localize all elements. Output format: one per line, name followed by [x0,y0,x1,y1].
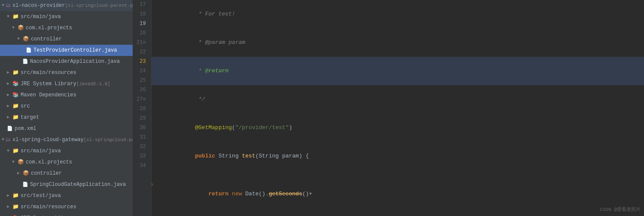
item-label: src/main/resources [21,203,76,211]
tree-item-pom1[interactable]: 📄 pom.xml [0,123,133,134]
code-text2: ( [232,124,235,131]
expand-arrow: ▶ [7,191,11,200]
expand-arrow: ▶ [7,214,11,216]
expand-arrow: ▶ [7,102,11,111]
tree-item-src-test-java[interactable]: ▶ 📁 src/test/java [0,190,133,201]
line-num-27: 27⊙ [137,95,148,104]
expand-arrow: ▶ [7,203,11,211]
code-text3: ) [289,124,292,131]
line-num-23: 23 [137,57,148,66]
line-num-34: 34 [137,161,148,170]
code-text6: ()+ [302,191,316,197]
expand-arrow: ▶ [17,169,21,178]
package-icon: 📦 [23,35,29,43]
item-label: JRE System Library [21,214,76,216]
tree-item-src-main-java2[interactable]: ▼ 📁 src/main/java [0,145,133,157]
expand-arrow: ▶ [7,113,11,122]
item-label: src/main/java [21,12,61,21]
tree-item-src-main-java[interactable]: ▼ 📁 src/main/java [0,11,133,22]
file-tree[interactable]: ▼ 🗂 xl-nacos-provider [xl-springcloud-pa… [0,0,133,216]
line-num-19: 19 [137,19,148,28]
expand-arrow: ▼ [2,136,4,144]
tree-item-com-xl-projects2[interactable]: ▼ 📦 com.xl.projects [0,157,133,168]
line-num-31: 31 [137,133,148,142]
item-suffix: [xl-springcloud-parent-pom [65,1,133,10]
line-num-18: 18 [137,9,148,19]
code-line-21: @GetMapping("/provider/test") [152,114,644,142]
package-icon: 📦 [23,169,29,178]
expand-arrow: ▼ [2,1,4,10]
package-icon: 📦 [18,158,24,167]
code-line-20: */ [152,85,644,114]
item-label: com.xl.projects [26,24,72,32]
code-line-19: * @return [152,57,644,85]
expand-arrow: ▼ [17,35,21,43]
tree-item-NacosProviderApplication[interactable]: 📄 NacosProviderApplication.java [0,56,133,67]
module-icon: 🗂 [6,1,11,10]
code-line-22: public String test(String param) { [152,142,644,170]
code-text3: test [242,153,255,159]
expand-arrow: ▼ [7,147,11,155]
item-label: com.xl.projects [26,158,72,167]
line-num-17: 17 [137,0,148,9]
item-label: target [21,113,39,122]
line-num-21: 21⊙ [137,38,148,47]
tree-item-xl-spring-cloud-gateway[interactable]: ▼ 🗂 xl-spring-cloud-gateway [xl-springcl… [0,134,133,145]
code-lines: * For test! * @param param * @return */ … [152,0,644,216]
tree-item-TestProviderController[interactable]: 📄 TestProviderController.java [0,45,133,56]
xml-icon: 📄 [7,124,13,133]
code-text4: Date(). [242,191,269,197]
lib-icon: 📚 [12,214,19,216]
tree-item-src-main-resources[interactable]: ▶ 📁 src/main/resources [0,67,133,78]
watermark: CSDN @爱看老照片 [600,206,641,213]
expand-arrow: ▶ [7,68,11,77]
item-label: controller [31,169,62,178]
code-text: return [182,191,228,197]
line-num-28: 28 [137,104,148,114]
code-text2 [228,191,232,197]
tree-item-maven-dependencies[interactable]: ▶ 📚 Maven Dependencies [0,89,133,101]
tree-item-jre-system-library[interactable]: ▶ 📚 JRE System Library [JavaSE-1.8] [0,78,133,89]
expand-arrow: ▼ [12,158,16,167]
tree-item-com-xl-projects[interactable]: ▼ 📦 com.xl.projects [0,22,133,34]
folder-icon: 📁 [12,12,19,21]
folder-icon: 📁 [12,191,19,200]
item-label: xl-spring-cloud-gateway [12,136,84,144]
item-suffix: [JavaSE-1.8] [76,80,110,88]
code-line-17: * For test! [152,0,644,28]
tree-item-controller2[interactable]: ▶ 📦 controller [0,168,133,179]
tree-item-src-main-resources2[interactable]: ▶ 📁 src/main/resources [0,201,133,213]
tree-item-target1[interactable]: ▶ 📁 target [0,112,133,123]
code-text: * For test! [182,11,235,17]
code-text: * @param param [182,39,245,46]
folder-icon: 📁 [12,68,19,77]
item-label: src [21,102,30,111]
item-label: Maven Dependencies [21,91,76,99]
code-line-23: ⚠ return new Date().getSeconds()+ [152,170,644,208]
code-text: @GetMapping [182,124,232,131]
item-label: xl-nacos-provider [12,1,65,10]
code-text: * @return [182,68,228,74]
item-label: src/main/resources [21,68,76,77]
folder-icon: 📁 [12,102,19,111]
tree-item-src1[interactable]: ▶ 📁 src [0,101,133,112]
expand-arrow: ▼ [12,24,16,32]
line-num-33: 33 [137,151,148,161]
lib-icon: 📚 [12,91,19,99]
item-label: TestProviderController.java [33,46,117,55]
item-label: pom.xml [15,124,36,133]
folder-icon: 📁 [12,147,19,155]
code-text5: getSeconds [269,191,302,197]
tree-item-xl-nacos-provider[interactable]: ▼ 🗂 xl-nacos-provider [xl-springcloud-pa… [0,0,133,11]
code-text3: new [232,191,242,197]
tree-item-SpringCloudGateApplication[interactable]: 📄 SpringCloudGateApplication.java [0,179,133,190]
item-label: NacosProviderApplication.java [30,57,120,66]
gutter-warning-icon: ⚠ [152,180,153,189]
line-num-30: 30 [137,123,148,133]
line-num-32: 32 [137,142,148,151]
code-text4: (String param) { [255,153,309,159]
tree-item-jre-system-library2[interactable]: ▶ 📚 JRE System Library [JavaSE-1.8] [0,213,133,216]
tree-item-controller[interactable]: ▼ 📦 controller [0,34,133,45]
item-label: src/test/java [21,191,61,200]
item-label: JRE System Library [21,80,76,88]
